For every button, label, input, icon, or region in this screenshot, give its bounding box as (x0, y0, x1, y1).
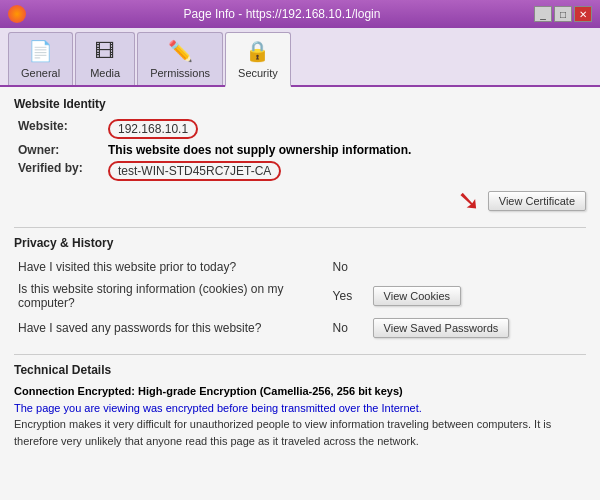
view-saved-passwords-button[interactable]: View Saved Passwords (373, 318, 510, 338)
website-row: Website: 192.168.10.1 (14, 117, 586, 141)
verified-by-value: test-WIN-STD45RC7JET-CA (108, 161, 281, 181)
tab-general-label: General (21, 67, 60, 79)
verified-by-label: Verified by: (14, 159, 104, 183)
privacy-history-section: Privacy & History Have I visited this we… (14, 236, 586, 342)
privacy-answer-0: No (329, 256, 369, 278)
view-cert-row: ➘ View Certificate (14, 187, 586, 215)
owner-row: Owner: This website does not supply owne… (14, 141, 586, 159)
privacy-question-0: Have I visited this website prior to tod… (14, 256, 329, 278)
table-row: Is this website storing information (coo… (14, 278, 586, 314)
website-identity-section: Website Identity Website: 192.168.10.1 O… (14, 97, 586, 215)
permissions-icon: ✏️ (166, 37, 194, 65)
technical-details-section: Technical Details Connection Encrypted: … (14, 363, 586, 449)
media-icon: 🎞 (91, 37, 119, 65)
content-area: Website Identity Website: 192.168.10.1 O… (0, 87, 600, 500)
arrow-container: ➘ (457, 187, 480, 215)
privacy-question-1: Is this website storing information (coo… (14, 278, 329, 314)
website-value: 192.168.10.1 (108, 119, 198, 139)
privacy-question-2: Have I saved any passwords for this webs… (14, 314, 329, 342)
website-label: Website: (14, 117, 104, 141)
view-certificate-button[interactable]: View Certificate (488, 191, 586, 211)
verified-by-row: Verified by: test-WIN-STD45RC7JET-CA (14, 159, 586, 183)
divider-2 (14, 354, 586, 355)
technical-details-title: Technical Details (14, 363, 586, 377)
owner-value: This website does not supply ownership i… (104, 141, 586, 159)
tab-security[interactable]: 🔒 Security (225, 32, 291, 87)
window-controls: _ □ ✕ (534, 6, 592, 22)
tab-security-label: Security (238, 67, 278, 79)
close-button[interactable]: ✕ (574, 6, 592, 22)
privacy-table: Have I visited this website prior to tod… (14, 256, 586, 342)
view-cookies-button[interactable]: View Cookies (373, 286, 461, 306)
title-bar: Page Info - https://192.168.10.1/login _… (0, 0, 600, 28)
privacy-answer-1: Yes (329, 278, 369, 314)
table-row: Have I visited this website prior to tod… (14, 256, 586, 278)
window-title: Page Info - https://192.168.10.1/login (30, 7, 534, 21)
firefox-icon (8, 5, 26, 23)
technical-line2: The page you are viewing was encrypted b… (14, 400, 586, 417)
table-row: Have I saved any passwords for this webs… (14, 314, 586, 342)
owner-label: Owner: (14, 141, 104, 159)
privacy-answer-2: No (329, 314, 369, 342)
website-identity-title: Website Identity (14, 97, 586, 111)
technical-line3: Encryption makes it very difficult for u… (14, 416, 586, 449)
tab-media-label: Media (90, 67, 120, 79)
maximize-button[interactable]: □ (554, 6, 572, 22)
identity-table: Website: 192.168.10.1 Owner: This websit… (14, 117, 586, 183)
tab-general[interactable]: 📄 General (8, 32, 73, 85)
privacy-history-title: Privacy & History (14, 236, 586, 250)
tabs-bar: 📄 General 🎞 Media ✏️ Permissions 🔒 Secur… (0, 28, 600, 87)
tab-permissions-label: Permissions (150, 67, 210, 79)
red-arrow-icon: ➘ (457, 185, 480, 216)
tab-permissions[interactable]: ✏️ Permissions (137, 32, 223, 85)
technical-line1: Connection Encrypted: High-grade Encrypt… (14, 383, 586, 400)
minimize-button[interactable]: _ (534, 6, 552, 22)
security-icon: 🔒 (244, 37, 272, 65)
divider-1 (14, 227, 586, 228)
general-icon: 📄 (27, 37, 55, 65)
tab-media[interactable]: 🎞 Media (75, 32, 135, 85)
